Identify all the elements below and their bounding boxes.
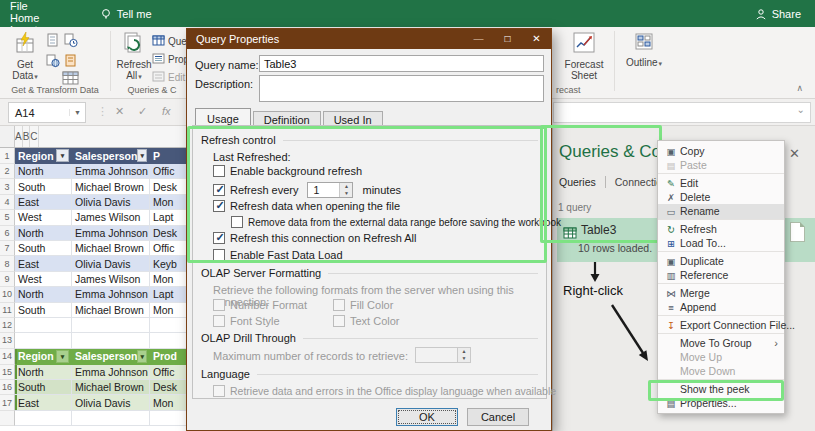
cell-b[interactable]: Olivia Davis bbox=[72, 395, 150, 410]
menu-item-reference[interactable]: Reference bbox=[658, 268, 784, 284]
cell-a[interactable]: West bbox=[15, 210, 72, 225]
row-number[interactable]: 12 bbox=[0, 318, 15, 333]
collapse-ribbon-icon[interactable]: ∧ bbox=[796, 83, 803, 93]
select-all-corner[interactable] bbox=[0, 126, 15, 147]
tab-home[interactable]: Home bbox=[0, 12, 82, 24]
cell-a[interactable] bbox=[15, 333, 72, 348]
cell-b[interactable]: Emma Johnson bbox=[72, 226, 150, 241]
from-text-csv-icon[interactable] bbox=[46, 33, 61, 50]
cell-b[interactable]: Michael Brown bbox=[72, 241, 150, 256]
row-number[interactable]: 16 bbox=[0, 380, 15, 395]
menu-item-move-up[interactable]: Move Up bbox=[658, 350, 784, 364]
ok-button[interactable]: OK bbox=[396, 408, 458, 426]
menu-item-refresh[interactable]: Refresh bbox=[658, 222, 784, 236]
cell-b[interactable]: Michael Brown bbox=[72, 179, 150, 194]
cell-b[interactable]: Michael Brown bbox=[72, 303, 150, 318]
menu-item-edit[interactable]: Edit bbox=[658, 176, 784, 190]
max-records-spinner[interactable]: ▲▼ bbox=[415, 347, 471, 363]
cell-b[interactable]: Salesperson bbox=[72, 349, 150, 365]
menu-item-paste[interactable]: Paste bbox=[658, 158, 784, 174]
row-number[interactable]: 8 bbox=[0, 256, 15, 271]
menu-item-move-to-group[interactable]: Move To Group bbox=[658, 336, 784, 350]
menu-item-properties[interactable]: Properties... bbox=[658, 396, 784, 410]
close-icon[interactable]: ✕ bbox=[522, 29, 551, 49]
row-number[interactable]: 9 bbox=[0, 272, 15, 287]
cell-b[interactable]: Michael Brown bbox=[72, 380, 150, 395]
formula-input[interactable] bbox=[553, 102, 811, 123]
fill-color-checkbox[interactable]: Fill Color bbox=[333, 299, 393, 311]
row-number[interactable]: 2 bbox=[0, 164, 15, 179]
cell-a[interactable]: East bbox=[15, 395, 72, 410]
menu-item-delete[interactable]: Delete bbox=[658, 190, 784, 204]
cell-b[interactable]: Emma Johnson bbox=[72, 365, 150, 380]
cell-a[interactable] bbox=[15, 411, 72, 426]
menu-item-load-to[interactable]: Load To... bbox=[658, 236, 784, 252]
outline-button[interactable]: Outline bbox=[622, 31, 666, 69]
cell-a[interactable]: North bbox=[15, 164, 72, 179]
cancel-entry-icon[interactable]: ✕ bbox=[115, 105, 124, 118]
menu-item-duplicate[interactable]: Duplicate bbox=[658, 254, 784, 268]
minimize-icon[interactable]: — bbox=[464, 29, 493, 49]
spinner-arrows[interactable]: ▲▼ bbox=[457, 348, 470, 362]
menu-item-append[interactable]: Append bbox=[658, 300, 784, 316]
confirm-entry-icon[interactable]: ✓ bbox=[138, 105, 147, 118]
fast-data-load-checkbox[interactable]: Enable Fast Data Load bbox=[213, 249, 343, 261]
existing-connections-icon[interactable] bbox=[64, 53, 79, 70]
get-data-button[interactable]: Get Data bbox=[6, 31, 44, 82]
refresh-all-button[interactable]: Refresh All bbox=[114, 31, 154, 82]
column-header[interactable]: A bbox=[15, 126, 23, 147]
cell-b[interactable]: James Wilson bbox=[72, 210, 150, 225]
menu-item-move-down[interactable]: Move Down bbox=[658, 364, 784, 380]
cell-b[interactable]: Salesperson bbox=[72, 148, 150, 164]
refresh-every-checkbox[interactable]: Refresh every 1 ▲▼ minutes bbox=[213, 182, 401, 198]
cell-a[interactable]: South bbox=[15, 179, 72, 194]
cell-b[interactable] bbox=[72, 333, 150, 348]
text-color-checkbox[interactable]: Text Color bbox=[333, 315, 400, 327]
row-number[interactable]: 5 bbox=[0, 210, 15, 225]
cell-b[interactable]: Olivia Davis bbox=[72, 195, 150, 210]
pane-close-icon[interactable]: ✕ bbox=[789, 146, 800, 161]
row-number[interactable]: 4 bbox=[0, 195, 15, 210]
row-number[interactable]: 15 bbox=[0, 365, 15, 380]
row-number[interactable]: 14 bbox=[0, 349, 15, 365]
remove-external-data-checkbox[interactable]: Remove data from the external data range… bbox=[231, 216, 561, 228]
query-name-input[interactable]: Table3 bbox=[259, 55, 544, 72]
cell-b[interactable]: James Wilson bbox=[72, 272, 150, 287]
cell-a[interactable]: Region bbox=[15, 349, 72, 365]
font-style-checkbox[interactable]: Font Style bbox=[213, 315, 280, 327]
cell-a[interactable]: North bbox=[15, 287, 72, 302]
language-checkbox[interactable]: Retrieve data and errors in the Office d… bbox=[213, 385, 556, 397]
cell-a[interactable]: South bbox=[15, 380, 72, 395]
from-web-icon[interactable] bbox=[46, 53, 61, 70]
row-number[interactable]: 1 bbox=[0, 148, 15, 164]
refresh-on-open-checkbox[interactable]: Refresh data when opening the file bbox=[213, 200, 400, 212]
menu-item-rename[interactable]: Rename bbox=[658, 204, 784, 220]
column-header[interactable]: C bbox=[30, 126, 38, 147]
menu-item-show-the-peek[interactable]: Show the peek bbox=[658, 382, 784, 396]
row-number[interactable]: 6 bbox=[0, 226, 15, 241]
description-input[interactable] bbox=[259, 75, 544, 102]
forecast-sheet-button[interactable]: Forecast Sheet bbox=[558, 31, 610, 81]
cell-a[interactable] bbox=[15, 318, 72, 333]
row-number[interactable]: 13 bbox=[0, 333, 15, 348]
cell-a[interactable]: South bbox=[15, 303, 72, 318]
tell-me-box[interactable]: Tell me bbox=[86, 0, 166, 27]
cell-a[interactable]: East bbox=[15, 256, 72, 271]
cell-a[interactable]: North bbox=[15, 365, 72, 380]
cell-b[interactable]: Emma Johnson bbox=[72, 287, 150, 302]
cell-b[interactable]: Emma Johnson bbox=[72, 164, 150, 179]
cell-b[interactable] bbox=[72, 318, 150, 333]
row-number[interactable] bbox=[0, 411, 15, 426]
dialog-title-bar[interactable]: Query Properties — □ ✕ bbox=[187, 29, 551, 49]
insert-function-icon[interactable]: fx bbox=[162, 105, 171, 117]
menu-item-export-connection-file[interactable]: Export Connection File... bbox=[658, 318, 784, 334]
cell-a[interactable]: South bbox=[15, 241, 72, 256]
number-format-checkbox[interactable]: Number Format bbox=[213, 299, 307, 311]
column-header[interactable]: B bbox=[23, 126, 31, 147]
cell-b[interactable] bbox=[72, 411, 150, 426]
recent-sources-icon[interactable] bbox=[64, 33, 79, 50]
refresh-interval-spinner[interactable]: 1 ▲▼ bbox=[307, 182, 353, 198]
maximize-icon[interactable]: □ bbox=[493, 29, 522, 49]
query-peek-icon[interactable] bbox=[790, 222, 805, 242]
name-box-dropdown-icon[interactable]: ▼ bbox=[69, 109, 85, 116]
